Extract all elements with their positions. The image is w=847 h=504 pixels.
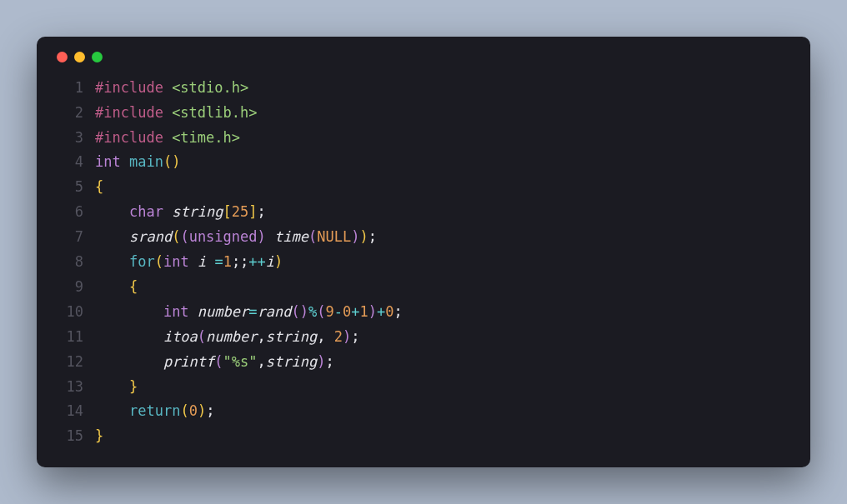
line-content[interactable]: { (95, 175, 103, 200)
line-content[interactable]: #include <stdio.h> (95, 76, 248, 101)
code-line[interactable]: 11 itoa(number,string, 2); (53, 325, 794, 350)
minimize-icon[interactable] (74, 52, 85, 62)
token (95, 278, 129, 295)
line-content[interactable]: for(int i =1;;++i) (95, 250, 283, 275)
code-line[interactable]: 14 return(0); (53, 399, 794, 424)
token: number (198, 303, 248, 320)
token: ) (368, 303, 377, 320)
line-number: 11 (53, 325, 83, 350)
token: ) (300, 303, 308, 320)
token: ( (180, 402, 188, 419)
token: + (377, 303, 385, 320)
line-content[interactable]: int number=rand()%(9-0+1)+0; (95, 300, 403, 325)
token: <stdlib.h> (172, 104, 257, 121)
token: #include (95, 129, 172, 146)
token: int (163, 253, 198, 270)
token: string (266, 353, 317, 370)
token: ( (180, 228, 188, 245)
token: rand (258, 303, 292, 320)
line-number: 6 (53, 200, 83, 225)
line-content[interactable]: int main() (95, 150, 180, 175)
token: 1 (359, 303, 368, 320)
token (266, 228, 274, 245)
line-content[interactable]: char string[25]; (95, 200, 266, 225)
token: } (95, 427, 103, 444)
line-number: 10 (53, 300, 83, 325)
code-line[interactable]: 9 { (53, 275, 794, 300)
window-titlebar (53, 52, 794, 62)
line-content[interactable]: } (95, 424, 103, 449)
code-editor[interactable]: 1#include <stdio.h>2#include <stdlib.h>3… (53, 76, 794, 450)
token: for (129, 253, 155, 270)
code-line[interactable]: 1#include <stdio.h> (53, 76, 794, 101)
code-line[interactable]: 2#include <stdlib.h> (53, 101, 794, 126)
line-number: 2 (53, 101, 83, 126)
line-content[interactable]: { (95, 275, 138, 300)
token: + (351, 303, 359, 320)
token: 25 (232, 203, 248, 220)
token: srand (129, 228, 172, 245)
token (95, 328, 163, 345)
token: string (172, 203, 223, 220)
line-content[interactable]: itoa(number,string, 2); (95, 325, 359, 350)
token: number (206, 328, 257, 345)
token: ( (214, 353, 223, 370)
close-icon[interactable] (57, 52, 68, 62)
line-content[interactable]: } (95, 375, 138, 400)
token: { (95, 178, 103, 195)
line-number: 15 (53, 424, 83, 449)
token (95, 303, 163, 320)
line-number: 8 (53, 250, 83, 275)
code-line[interactable]: 4int main() (53, 150, 794, 175)
token: ; (258, 203, 266, 220)
token: { (129, 278, 138, 295)
maximize-icon[interactable] (92, 52, 103, 62)
token: ( (172, 228, 180, 245)
token: string (266, 328, 317, 345)
token: ; (351, 328, 359, 345)
code-line[interactable]: 15} (53, 424, 794, 449)
token: ; (206, 402, 214, 419)
code-line[interactable]: 10 int number=rand()%(9-0+1)+0; (53, 300, 794, 325)
token: ] (248, 203, 257, 220)
token: 9 (325, 303, 333, 320)
line-content[interactable]: srand((unsigned) time(NULL)); (95, 225, 377, 250)
token: int (163, 303, 198, 320)
code-line[interactable]: 12 printf("%s",string); (53, 350, 794, 375)
token: int (95, 153, 129, 170)
token: 0 (343, 303, 351, 320)
token: itoa (163, 328, 198, 345)
line-number: 5 (53, 175, 83, 200)
token: ) (198, 402, 206, 419)
code-line[interactable]: 8 for(int i =1;;++i) (53, 250, 794, 275)
token: unsigned (189, 228, 258, 245)
token: ( (291, 303, 299, 320)
code-line[interactable]: 6 char string[25]; (53, 200, 794, 225)
token: ( (155, 253, 163, 270)
token: i (266, 253, 274, 270)
line-content[interactable]: printf("%s",string); (95, 350, 334, 375)
code-line[interactable]: 3#include <time.h> (53, 126, 794, 151)
token: - (334, 303, 343, 320)
line-content[interactable]: #include <stdlib.h> (95, 101, 257, 126)
code-line[interactable]: 5{ (53, 175, 794, 200)
code-line[interactable]: 13 } (53, 375, 794, 400)
token: time (274, 228, 308, 245)
token: "%s" (223, 353, 258, 370)
token: ; (368, 228, 377, 245)
token: #include (95, 104, 172, 121)
line-number: 14 (53, 399, 83, 424)
token: 2 (334, 328, 343, 345)
token: () (163, 153, 180, 170)
line-content[interactable]: #include <time.h> (95, 126, 240, 151)
code-line[interactable]: 7 srand((unsigned) time(NULL)); (53, 225, 794, 250)
token: <stdio.h> (172, 79, 248, 96)
line-content[interactable]: return(0); (95, 399, 214, 424)
token: printf (163, 353, 214, 370)
token: NULL (317, 228, 351, 245)
token: , (317, 328, 333, 345)
token: 1 (223, 253, 232, 270)
token: } (129, 378, 138, 395)
token: = (214, 253, 223, 270)
line-number: 1 (53, 76, 83, 101)
